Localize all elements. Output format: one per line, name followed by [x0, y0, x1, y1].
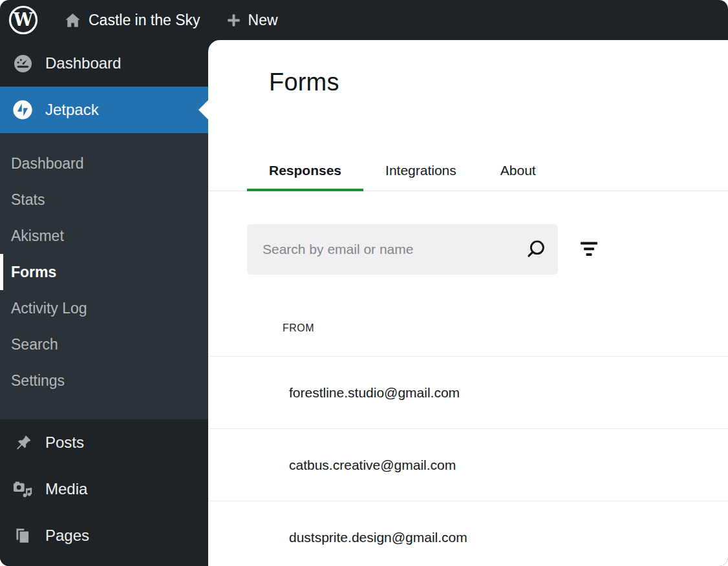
pages-icon [12, 525, 33, 546]
page-title: Forms [269, 67, 728, 97]
jetpack-submenu: Dashboard Stats Akismet Forms Activity L… [0, 133, 208, 419]
sidebar-item-pages[interactable]: Pages [0, 512, 208, 559]
wordpress-logo-icon[interactable]: W [8, 5, 38, 35]
tab-about[interactable]: About [478, 150, 558, 191]
media-icon [12, 479, 33, 499]
wordpress-admin-screen: W Castle in the Sky New [0, 0, 728, 566]
sidebar-item-label: Dashboard [45, 54, 121, 72]
search-input[interactable] [262, 242, 523, 257]
new-content-button[interactable]: New [226, 12, 278, 29]
sidebar-item-label: Jetpack [45, 101, 99, 119]
current-item-arrow [198, 100, 208, 120]
jetpack-icon [12, 100, 33, 120]
tab-responses[interactable]: Responses [247, 150, 363, 191]
submenu-item-activity-log[interactable]: Activity Log [0, 290, 208, 326]
pin-icon [12, 432, 33, 453]
filter-button[interactable] [576, 236, 602, 262]
site-home-link[interactable]: Castle in the Sky [64, 12, 200, 29]
responses-toolbar [247, 224, 728, 275]
site-name: Castle in the Sky [89, 12, 200, 29]
submenu-item-dashboard[interactable]: Dashboard [0, 145, 208, 182]
forms-tabs: Responses Integrations About [208, 150, 728, 191]
column-header-from: FROM [208, 275, 728, 357]
submenu-item-akismet[interactable]: Akismet [0, 218, 208, 254]
table-row[interactable]: forestline.studio@gmail.com [208, 357, 728, 429]
sidebar-item-posts[interactable]: Posts [0, 419, 208, 466]
sidebar-item-jetpack[interactable]: Jetpack [0, 87, 208, 133]
submenu-item-settings[interactable]: Settings [0, 362, 208, 399]
tab-integrations[interactable]: Integrations [363, 150, 478, 191]
sidebar-item-label: Media [45, 480, 87, 498]
submenu-item-stats[interactable]: Stats [0, 182, 208, 218]
new-label: New [248, 12, 278, 29]
home-icon [64, 12, 81, 29]
sidebar-item-label: Pages [45, 527, 89, 545]
sidebar-item-label: Posts [45, 434, 84, 452]
admin-sidebar: Dashboard Jetpack Dashboard Stats Akisme… [0, 40, 208, 566]
sidebar-item-media[interactable]: Media [0, 466, 208, 512]
submenu-item-search[interactable]: Search [0, 326, 208, 362]
submenu-item-forms[interactable]: Forms [0, 254, 208, 290]
sidebar-item-dashboard[interactable]: Dashboard [0, 40, 208, 87]
table-row[interactable]: catbus.creative@gmail.com [208, 429, 728, 501]
search-box [247, 224, 558, 275]
admin-bar: W Castle in the Sky New [0, 0, 728, 40]
filter-icon [577, 240, 601, 259]
table-row[interactable]: dustsprite.design@gmail.com [208, 501, 728, 566]
responses-table: FROM forestline.studio@gmail.com catbus.… [208, 275, 728, 566]
forms-content-panel: Forms Responses Integrations About [208, 40, 728, 566]
plus-icon [226, 13, 241, 28]
dashboard-gauge-icon [12, 53, 33, 74]
search-icon[interactable] [523, 237, 548, 262]
svg-text:W: W [13, 10, 34, 30]
